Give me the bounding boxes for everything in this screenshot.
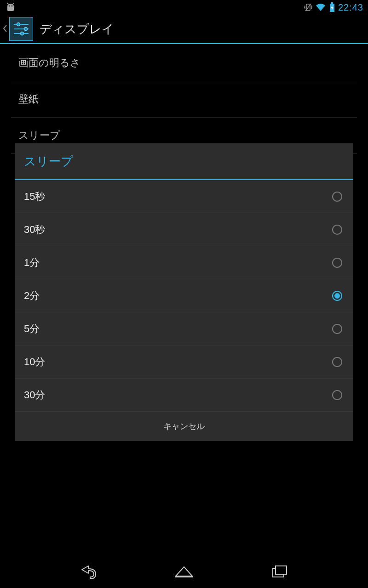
vibrate-icon <box>304 3 312 12</box>
navigation-bar <box>0 555 368 588</box>
radio-icon <box>332 390 342 400</box>
status-bar: 22:43 <box>0 0 368 15</box>
radio-icon <box>332 357 342 367</box>
action-bar: ディスプレイ <box>0 15 368 44</box>
radio-icon <box>332 192 342 202</box>
dialog-option-label: 5分 <box>24 322 40 336</box>
dialog-option-list: 15秒30秒1分2分5分10分30分 <box>15 180 353 412</box>
page-title: ディスプレイ <box>40 21 114 37</box>
back-button[interactable] <box>77 560 99 582</box>
dialog-option-label: 30分 <box>24 388 45 402</box>
svg-point-0 <box>9 6 10 7</box>
dialog-option-label: 1分 <box>24 256 40 270</box>
android-debug-icon <box>5 3 17 12</box>
dialog-overlay: スリープ 15秒30秒1分2分5分10分30分 キャンセル <box>0 45 368 555</box>
chevron-left-icon <box>3 25 7 34</box>
sleep-dialog: スリープ 15秒30秒1分2分5分10分30分 キャンセル <box>15 143 353 441</box>
radio-icon <box>332 324 342 334</box>
cancel-button[interactable]: キャンセル <box>15 412 353 441</box>
up-button[interactable]: ディスプレイ <box>3 17 114 41</box>
dialog-option[interactable]: 2分 <box>15 279 353 312</box>
svg-point-11 <box>17 23 20 26</box>
dialog-option[interactable]: 15秒 <box>15 180 353 213</box>
recents-button[interactable] <box>269 560 291 582</box>
svg-point-12 <box>24 28 28 31</box>
settings-app-icon <box>9 17 33 41</box>
dialog-option[interactable]: 30秒 <box>15 213 353 246</box>
svg-point-13 <box>21 32 24 35</box>
dialog-option[interactable]: 5分 <box>15 312 353 345</box>
dialog-option-label: 15秒 <box>24 190 45 204</box>
dialog-option-label: 2分 <box>24 289 40 303</box>
dialog-title: スリープ <box>15 143 353 180</box>
radio-icon <box>332 291 342 301</box>
dialog-option[interactable]: 10分 <box>15 345 353 379</box>
svg-line-3 <box>13 3 14 4</box>
dialog-option-label: 10分 <box>24 355 45 369</box>
dialog-option[interactable]: 30分 <box>15 379 353 412</box>
wifi-icon <box>315 3 326 12</box>
dialog-option-label: 30秒 <box>24 223 45 237</box>
home-button[interactable] <box>173 560 195 582</box>
dialog-option[interactable]: 1分 <box>15 246 353 279</box>
svg-line-2 <box>7 3 8 4</box>
svg-point-1 <box>12 6 13 7</box>
svg-rect-7 <box>331 2 333 4</box>
battery-charging-icon <box>329 2 335 12</box>
radio-icon <box>332 258 342 268</box>
status-clock: 22:43 <box>338 2 363 13</box>
radio-icon <box>332 225 342 235</box>
svg-rect-16 <box>276 566 287 574</box>
